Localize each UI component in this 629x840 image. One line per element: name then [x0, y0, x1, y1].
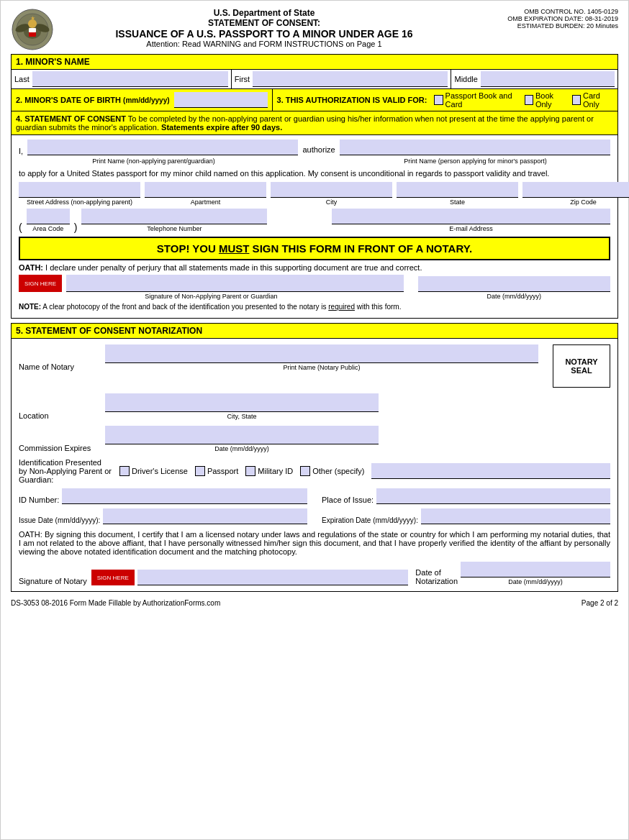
checkbox-dl[interactable]	[119, 466, 130, 476]
page-number: Page 2 of 2	[582, 599, 618, 607]
street-address-input[interactable]	[19, 182, 140, 198]
area-code-input[interactable]	[27, 209, 70, 224]
attention-text: Attention: Read WARNING and FORM INSTRUC…	[54, 40, 474, 48]
omb-info: OMB CONTROL NO. 1405-0129 OMB EXPIRATION…	[474, 8, 618, 29]
name-of-notary-label: Name of Notary	[19, 362, 98, 371]
header-center: U.S. Department of State STATEMENT OF CO…	[54, 8, 474, 48]
option-book-card: Passport Book and Card	[434, 91, 518, 109]
oath-text: I declare under penalty of perjury that …	[45, 263, 422, 272]
expiration-date-input[interactable]	[421, 508, 610, 524]
id-number-label: ID Number:	[19, 496, 59, 504]
issuance-title: ISSUANCE OF A U.S. PASSPORT TO A MINOR U…	[54, 28, 474, 40]
city-state-label: City, State	[105, 413, 379, 420]
signature-col: SIGN HERE Signature of Non-Applying Pare…	[19, 275, 404, 300]
svg-rect-7	[29, 28, 36, 32]
signature-input[interactable]	[66, 275, 404, 292]
id-number-input[interactable]	[62, 488, 307, 504]
oath-label: OATH:	[19, 263, 43, 272]
applying-parent-name-input[interactable]	[340, 140, 610, 155]
first-name-input[interactable]	[253, 71, 448, 87]
zip-input[interactable]	[522, 182, 629, 198]
consent-text: to apply for a United States passport fo…	[19, 169, 610, 178]
state-input[interactable]	[397, 182, 518, 198]
dept-title: U.S. Department of State	[54, 8, 474, 18]
military-label: Military ID	[258, 467, 293, 475]
option-book-only-label: Book Only	[535, 91, 566, 109]
option-book-card-label: Passport Book and Card	[445, 91, 519, 109]
checkbox-card-only[interactable]	[572, 95, 581, 105]
city-input[interactable]	[271, 182, 392, 198]
print-name-2-label: Print Name (person applying for minor's …	[340, 158, 610, 165]
date-col: Date (mm/dd/yyyy)	[418, 276, 610, 300]
valid-for-options: Passport Book and Card Book Only Card On…	[434, 91, 613, 109]
middle-label: Middle	[454, 75, 477, 83]
area-code-label: Area Code	[27, 225, 70, 232]
svg-text:★: ★	[30, 15, 35, 22]
email-input[interactable]	[332, 209, 610, 224]
checkbox-other[interactable]	[300, 466, 310, 476]
section5-header: 5. STATEMENT OF CONSENT NOTARIZATION	[11, 323, 618, 339]
last-name-cell: Last	[12, 70, 232, 88]
passport-label: Passport	[207, 467, 238, 475]
oath-row: OATH: I declare under penalty of perjury…	[19, 263, 610, 272]
date-notarization-label: Date of Notarization	[415, 568, 458, 585]
checkbox-book-only[interactable]	[525, 95, 533, 105]
middle-name-input[interactable]	[481, 71, 615, 87]
last-name-input[interactable]	[32, 71, 228, 87]
section3-label: 3. THIS AUTHORIZATION IS VALID FOR:	[277, 96, 427, 104]
omb-control: OMB CONTROL NO. 1405-0129	[474, 8, 618, 15]
place-of-issue-input[interactable]	[376, 488, 610, 504]
first-name-cell: First	[232, 70, 452, 88]
notarization-date-col: Date of Notarization Date (mm/dd/yyyy)	[415, 562, 610, 585]
section5-body: Name of Notary Print Name (Notary Public…	[11, 339, 618, 592]
sig-date-input[interactable]	[418, 276, 610, 292]
print-notary-label: Print Name (Notary Public)	[105, 364, 538, 371]
sig-notary-row: Signature of Notary SIGN HERE Date of No…	[19, 562, 610, 585]
location-row: Location City, State	[19, 393, 610, 420]
us-seal: ★	[11, 8, 54, 51]
checkbox-passport[interactable]	[195, 466, 205, 476]
zip-label: Zip Code	[522, 198, 629, 206]
place-of-issue-label: Place of Issue:	[322, 496, 374, 504]
notary-oath-text: OATH: By signing this document, I certif…	[19, 530, 610, 556]
option-card-only-label: Card Only	[583, 91, 613, 109]
checkbox-book-card[interactable]	[434, 95, 443, 105]
issue-date-label: Issue Date (mm/dd/yyyy):	[19, 516, 100, 524]
notary-seal: NOTARY SEAL	[553, 344, 610, 388]
other-specify-input[interactable]	[371, 463, 610, 479]
section4-expire: Statements expire after 90 days.	[161, 123, 282, 132]
other-label: Other (specify)	[312, 467, 364, 475]
id-presented-row: Identification Presented by Non-Applying…	[19, 458, 610, 484]
city-label: City	[271, 198, 392, 206]
section3-area: 3. THIS AUTHORIZATION IS VALID FOR: Pass…	[273, 89, 617, 111]
address-row: Street Address (non-applying parent) Apa…	[19, 182, 610, 206]
military-checkbox-item: Military ID	[245, 466, 293, 476]
notary-sig-input[interactable]	[137, 570, 409, 585]
notary-name-input[interactable]	[105, 344, 538, 363]
checkbox-military[interactable]	[245, 466, 255, 476]
section4-header: 4. STATEMENT OF CONSENT To be completed …	[11, 111, 618, 135]
statement-title: STATEMENT OF CONSENT:	[54, 18, 474, 28]
dl-label: Driver's License	[132, 467, 188, 475]
dob-input[interactable]	[174, 92, 268, 108]
id-presented-label: Identification Presented by Non-Applying…	[19, 458, 112, 484]
commission-date-label: Date (mm/dd/yyyy)	[105, 445, 379, 452]
phone-row: ( Area Code ) Telephone Number E-mail Ad…	[19, 209, 610, 232]
stop-box: STOP! YOU MUST SIGN THIS FORM IN FRONT O…	[19, 237, 610, 260]
location-input[interactable]	[105, 393, 379, 412]
red-badge-sig: SIGN HERE	[19, 275, 62, 292]
issue-date-input[interactable]	[103, 508, 307, 524]
name-row: Last First Middle	[11, 70, 618, 89]
non-applying-parent-name-input[interactable]	[27, 140, 298, 155]
close-paren: )	[74, 222, 78, 232]
middle-name-cell: Middle	[451, 70, 617, 88]
sig-label: Signature of Non-Applying Parent or Guar…	[19, 293, 404, 300]
phone-input[interactable]	[81, 209, 267, 224]
note-text: NOTE: A clear photocopy of the front and…	[19, 303, 610, 311]
commission-date-input[interactable]	[105, 426, 379, 444]
notarization-date-input[interactable]	[461, 562, 610, 578]
apartment-input[interactable]	[145, 182, 266, 198]
sig-notary-label: Signature of Notary	[19, 577, 87, 585]
notary-name-area: Name of Notary Print Name (Notary Public…	[19, 344, 538, 371]
commission-row: Commission Expires Date (mm/dd/yyyy)	[19, 426, 610, 452]
